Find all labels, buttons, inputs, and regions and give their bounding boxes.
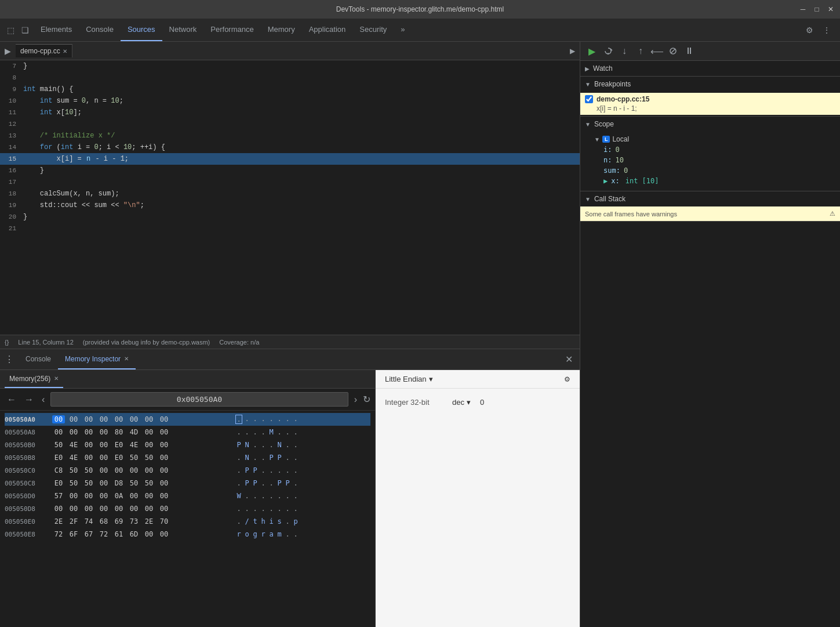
scope-section: ▼ Scope ▼ L Local i: 0 n: 10 [580,117,840,191]
scope-header[interactable]: ▼ Scope [580,117,840,132]
file-tab-bar: ▶ demo-cpp.cc ✕ ▶ [0,42,580,60]
title-bar-text: DevTools - memory-inspector.glitch.me/de… [336,5,504,13]
code-line-20: 20 } [0,211,580,223]
close-button[interactable]: ✕ [826,5,835,14]
tab-elements[interactable]: Elements [34,19,79,41]
tab-performance[interactable]: Performance [203,19,260,41]
hex-back-button[interactable]: ← [5,393,19,406]
breakpoint-file-label: demo-cpp.cc:15 [597,95,649,103]
scope-var-i: i: 0 [594,144,835,155]
value-type-label: Integer 32-bit [385,398,443,407]
scope-key-x: x: [611,177,619,185]
tab-more[interactable]: » [394,19,412,41]
hex-next-button[interactable]: › [352,393,359,406]
watch-section: ▶ Watch [580,61,840,77]
pause-exceptions-button[interactable]: ⏸ [682,44,696,58]
bottom-tab-console[interactable]: Console [19,349,58,369]
cursor-icon[interactable]: ⬚ [5,23,17,37]
memory-tab-close-icon[interactable]: ✕ [54,375,59,382]
call-stack-section: ▼ Call Stack Some call frames have warni… [580,191,840,222]
maximize-button[interactable]: □ [812,5,821,14]
debug-info-text: (provided via debug info by demo-cpp.was… [83,339,210,346]
hex-forward-button[interactable]: → [22,393,36,406]
code-line-12: 12 [0,118,580,130]
tab-network[interactable]: Network [162,19,204,41]
debug-toolbar: ▶ ↓ ↑ ⟵ ⏸ [580,42,840,61]
scope-key-i: i: [603,146,612,154]
deactivate-button[interactable] [666,44,680,58]
local-chevron-icon: ▼ [594,136,600,143]
memory-hex-panel: Memory(256) ✕ ← → ‹ › ↻ [0,370,376,627]
status-icon: {} [5,339,9,346]
minimize-button[interactable]: ─ [798,5,808,14]
bottom-panel-toggle-icon[interactable]: ⋮ [5,354,14,365]
call-stack-warning-bar: Some call frames have warnings ⚠ [580,206,840,221]
hex-prev-button[interactable]: ‹ [39,393,47,406]
local-label: Local [612,135,629,143]
tab-console[interactable]: Console [79,19,121,41]
layers-icon[interactable]: ❏ [19,23,31,37]
memory-inspector-tab-close-icon[interactable]: ✕ [124,356,129,362]
breakpoints-chevron-icon: ▼ [585,81,591,88]
watch-header[interactable]: ▶ Watch [580,61,840,76]
file-tab-name: demo-cpp.cc [20,47,60,55]
scope-var-sum: sum: 0 [594,165,835,176]
file-tab-close-icon[interactable]: ✕ [63,48,67,55]
bottom-panel: ⋮ Console Memory Inspector ✕ ✕ [0,349,580,627]
resume-button[interactable]: ▶ [585,44,599,58]
code-line-16: 16 } [0,165,580,176]
warning-icon: ⚠ [830,210,835,218]
code-line-18: 18 calcSum(x, n, sum); [0,188,580,200]
bottom-tab-bar: ⋮ Console Memory Inspector ✕ ✕ [0,349,580,370]
encoding-settings-icon[interactable]: ⚙ [564,375,570,383]
hex-row-005050D0: 005050D0 57 00 00 00 0A 00 00 00 [5,490,370,502]
step-out-button[interactable]: ↑ [634,44,648,58]
value-format-selector[interactable]: dec ▾ [452,398,471,407]
breakpoints-label: Breakpoints [594,80,631,88]
code-line-7: 7 } [0,60,580,72]
hex-dump[interactable]: 005050A0 00 00 00 00 00 00 00 00 [0,411,375,627]
memory-value-row: Integer 32-bit dec ▾ 0 [385,398,570,407]
scope-expand-x-icon[interactable]: ▶ [603,177,608,185]
step-into-button[interactable]: ↓ [617,44,631,58]
hex-row-005050B0: 005050B0 50 4E 00 00 E0 4E 00 00 [5,438,370,451]
endian-select[interactable]: Little Endian ▾ [385,375,433,383]
bottom-panel-close-button[interactable]: ✕ [563,351,575,367]
devtools-container: ⬚ ❏ Elements Console Sources Network Per… [0,19,840,627]
code-line-15: 15 x[i] = n - i - 1; [0,153,580,165]
code-editor[interactable]: 7 } 8 9 int main() { 10 int sum = 0, n =… [0,60,580,335]
file-tab-demo-cpp[interactable]: demo-cpp.cc ✕ [16,44,72,57]
local-header[interactable]: ▼ L Local [594,134,835,144]
step-over-button[interactable] [601,44,615,58]
debugger-panel: ▶ ↓ ↑ ⟵ ⏸ ▶ Watch [580,42,840,627]
step-back-button[interactable]: ⟵ [650,44,664,58]
coverage-text: Coverage: n/a [219,339,259,346]
tab-memory[interactable]: Memory [261,19,302,41]
hex-row-005050B8: 005050B8 E0 4E 00 00 E0 50 50 00 [5,451,370,464]
call-stack-header[interactable]: ▼ Call Stack [580,191,840,206]
tab-security[interactable]: Security [352,19,394,41]
breakpoint-checkbox[interactable] [585,95,593,103]
file-tab-right-icon[interactable]: ▶ [565,47,580,55]
scope-type-x: int [10] [623,177,659,185]
code-line-10: 10 int sum = 0, n = 10; [0,95,580,107]
memory-tab-256[interactable]: Memory(256) ✕ [5,370,63,388]
memory-inspector-content: Memory(256) ✕ ← → ‹ › ↻ [0,370,580,627]
title-bar-controls: ─ □ ✕ [798,5,835,14]
breakpoints-header[interactable]: ▼ Breakpoints [580,77,840,92]
bottom-tab-memory-inspector[interactable]: Memory Inspector ✕ [58,349,136,369]
code-line-14: 14 for (int i = 0; i < 10; ++i) { [0,142,580,153]
hex-refresh-button[interactable]: ↻ [363,394,370,405]
status-bar: {} Line 15, Column 12 (provided via debu… [0,335,580,349]
scope-chevron-icon: ▼ [585,121,591,128]
value-number: 0 [480,398,484,407]
tab-application[interactable]: Application [302,19,353,41]
settings-icon[interactable]: ⚙ [803,23,816,37]
panel-toggle-icon[interactable]: ▶ [2,45,13,57]
call-stack-label: Call Stack [594,195,626,203]
cursor-position: Line 15, Column 12 [18,339,73,346]
title-bar: DevTools - memory-inspector.glitch.me/de… [0,0,840,19]
tab-sources[interactable]: Sources [121,19,162,41]
more-icon[interactable]: ⋮ [820,23,833,37]
hex-address-input[interactable] [50,392,348,407]
